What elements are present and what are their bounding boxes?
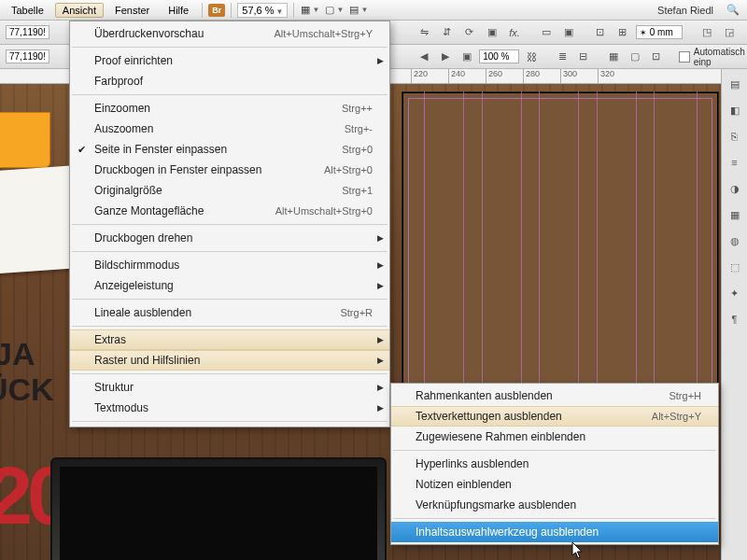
ansicht-menu-item[interactable]: Raster und Hilfslinien▶ <box>70 350 389 371</box>
ansicht-menu-item[interactable]: AuszoomenStrg+- <box>70 119 389 139</box>
ruler-tick: 220 <box>411 69 428 84</box>
corner-2-icon[interactable]: ◲ <box>720 24 739 41</box>
ansicht-menu-item[interactable]: OriginalgrößeStrg+1 <box>70 180 389 201</box>
ansicht-menu-item[interactable]: Bildschirmmodus▶ <box>70 255 389 275</box>
menu-item-label: Bildschirmmodus <box>94 259 373 272</box>
zoom-level[interactable]: 57,6 %▼ <box>237 3 288 18</box>
ansicht-menu-item[interactable]: Ganze MontageflächeAlt+Umschalt+Strg+0 <box>70 201 389 221</box>
extras-submenu-item[interactable]: Inhaltsauswahlwerkzeug ausblenden <box>391 522 718 542</box>
wrap-none-icon[interactable]: ▭ <box>537 24 556 41</box>
ansicht-menu-item[interactable]: Struktur▶ <box>70 377 389 398</box>
submenu-arrow-icon: ▶ <box>377 56 384 65</box>
menu-tabelle[interactable]: Tabelle <box>4 3 51 18</box>
menu-item-label: Raster und Hilfslinien <box>94 354 373 367</box>
menu-item-label: Textverkettungen ausblenden <box>416 410 624 423</box>
panel-pages-icon[interactable]: ▤ <box>726 75 744 93</box>
y-field[interactable]: 77,1190! <box>6 49 49 63</box>
menu-item-label: Auszoomen <box>94 122 317 135</box>
corner-3-icon[interactable]: ◱ <box>742 24 747 41</box>
container-icon[interactable]: ▣ <box>483 24 501 41</box>
search-icon[interactable]: 🔍 <box>723 2 743 19</box>
panel-color-icon[interactable]: ◑ <box>726 179 744 198</box>
submenu-arrow-icon: ▶ <box>377 260 384 270</box>
bridge-icon[interactable]: Br <box>208 4 225 17</box>
submenu-arrow-icon: ▶ <box>377 383 384 392</box>
menu-accelerator: Strg+- <box>345 123 373 134</box>
ruler-tick: 260 <box>486 69 502 84</box>
menu-separator <box>72 94 388 95</box>
check-icon: ✔ <box>78 144 86 156</box>
fit-content-icon[interactable]: ⊞ <box>613 24 632 41</box>
submenu-arrow-icon: ▶ <box>377 233 384 243</box>
menu-fenster[interactable]: Fenster <box>107 3 157 18</box>
ansicht-menu-item[interactable]: Lineale ausblendenStrg+R <box>70 302 389 323</box>
extras-submenu-item[interactable]: Notizen einblenden <box>391 474 718 495</box>
x-field[interactable]: 77,1190! <box>6 25 49 39</box>
panel-object-icon[interactable]: ⬚ <box>726 258 744 276</box>
select-container-icon[interactable]: ▣ <box>458 49 475 65</box>
menu-item-label: Einzoomen <box>94 102 314 115</box>
arrange-icon[interactable]: ▤▼ <box>348 2 369 19</box>
submenu-arrow-icon: ▶ <box>377 281 384 290</box>
ansicht-menu-item[interactable]: Extras▶ <box>70 329 389 350</box>
menu-hilfe[interactable]: Hilfe <box>161 3 196 18</box>
view-options-icon[interactable]: ▦▼ <box>300 2 320 19</box>
panel-paragraph-icon[interactable]: ¶ <box>726 310 744 329</box>
ansicht-menu-item[interactable]: ✔Seite in Fenster einpassenStrg+0 <box>70 139 389 160</box>
screen-mode-icon[interactable]: ▢▼ <box>324 2 345 19</box>
panel-layers-icon[interactable]: ◧ <box>726 101 744 119</box>
extras-submenu-item[interactable]: Verknüpfungsmarke ausblenden <box>391 495 718 515</box>
auto-fit-checkbox[interactable] <box>679 51 689 63</box>
flip-v-icon[interactable]: ⇵ <box>438 24 457 41</box>
fx-icon[interactable]: fx. <box>505 24 524 41</box>
ruler-tick: 300 <box>560 69 577 84</box>
menu-separator <box>72 224 388 225</box>
ruler-tick: 280 <box>523 69 540 84</box>
panel-swatches-icon[interactable]: ▦ <box>726 205 744 224</box>
ansicht-menu-item[interactable]: Druckbogen drehen▶ <box>70 228 389 248</box>
ansicht-menu-item[interactable]: Proof einrichten▶ <box>70 50 389 71</box>
menu-separator <box>72 251 388 252</box>
flip-h-icon[interactable]: ⇋ <box>416 24 434 41</box>
menu-accelerator: Strg++ <box>342 103 373 114</box>
menu-ansicht[interactable]: Ansicht <box>55 3 104 18</box>
user-name[interactable]: Stefan Riedl <box>657 5 719 16</box>
panel-effects-icon[interactable]: ✦ <box>726 284 744 302</box>
center-content-icon[interactable]: ▢ <box>627 49 644 65</box>
menu-accelerator: Strg+0 <box>342 144 373 155</box>
corner-1-icon[interactable]: ◳ <box>698 24 716 41</box>
panel-links-icon[interactable]: ⎘ <box>726 127 744 146</box>
extras-submenu-item[interactable]: Rahmenkanten ausblendenStrg+H <box>391 385 718 406</box>
select-prev-icon[interactable]: ◀ <box>416 49 433 65</box>
submenu-arrow-icon: ▶ <box>377 403 384 413</box>
ansicht-menu-item[interactable]: Textmodus▶ <box>70 398 389 418</box>
link-icon[interactable]: ⛓ <box>523 49 541 65</box>
menu-item-label: Farbproof <box>94 75 373 88</box>
ansicht-menu-item[interactable]: ÜberdruckenvorschauAlt+Umschalt+Strg+Y <box>70 23 389 44</box>
fit-frame-icon[interactable]: ⊡ <box>591 24 610 41</box>
menu-accelerator: Alt+Strg+0 <box>324 164 373 175</box>
ansicht-menu-item[interactable]: Farbproof <box>70 71 389 91</box>
ruler-tick: 240 <box>448 69 465 84</box>
wrap-around-icon[interactable]: ▣ <box>559 24 578 41</box>
scale-field[interactable]: 100 % <box>479 49 519 63</box>
wrap-skip-icon[interactable]: ⊟ <box>575 49 593 65</box>
ansicht-menu-item[interactable]: EinzoomenStrg++ <box>70 98 389 119</box>
ansicht-menu-item[interactable]: Druckbogen in Fenster einpassenAlt+Strg+… <box>70 160 389 180</box>
submenu-extras: Rahmenkanten ausblendenStrg+HTextverkett… <box>390 383 719 545</box>
chevron-down-icon: ▼ <box>276 7 284 16</box>
extras-submenu-item[interactable]: Zugewiesene Rahmen einblenden <box>391 427 718 447</box>
artwork-left: JA ÜCK 20 <box>0 168 78 560</box>
panel-stroke-icon[interactable]: ≡ <box>726 153 744 172</box>
panel-gradient-icon[interactable]: ◍ <box>726 231 744 250</box>
menu-separator <box>393 450 716 451</box>
extras-submenu-item[interactable]: Textverkettungen ausblendenAlt+Strg+Y <box>391 406 718 427</box>
inset-field[interactable]: ✶ 0 mm <box>636 25 683 39</box>
rotate-icon[interactable]: ⟳ <box>460 24 479 41</box>
ansicht-menu-item[interactable]: Anzeigeleistung▶ <box>70 275 389 296</box>
wrap-jump-icon[interactable]: ≣ <box>554 49 571 65</box>
select-next-icon[interactable]: ▶ <box>437 49 455 65</box>
fit-prop-icon[interactable]: ⊡ <box>647 49 665 65</box>
extras-submenu-item[interactable]: Hyperlinks ausblenden <box>391 454 718 474</box>
fill-frame-icon[interactable]: ▦ <box>605 49 623 65</box>
